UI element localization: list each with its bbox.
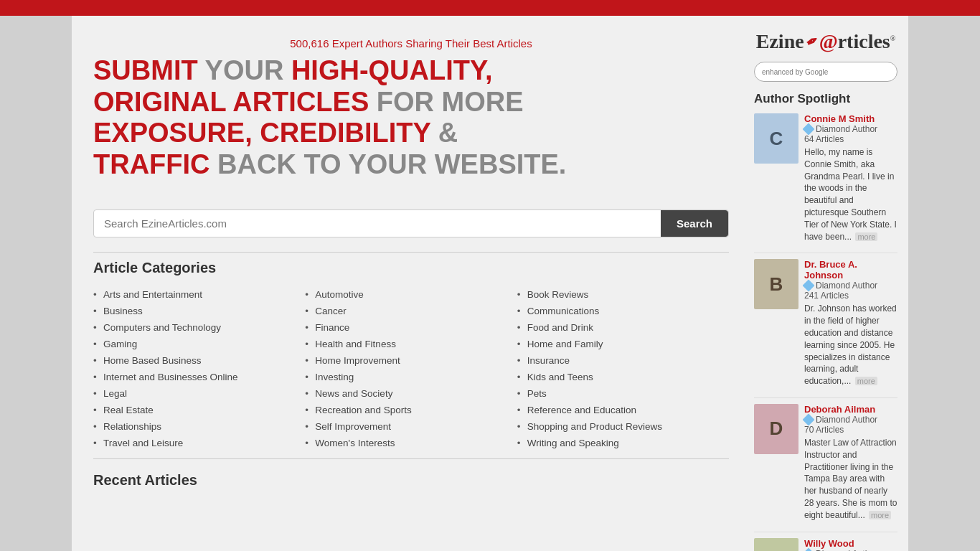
author-name[interactable]: Connie M Smith	[804, 113, 897, 124]
author-badge: Diamond Author	[804, 415, 897, 425]
cat-list-2: AutomotiveCancerFinanceHealth and Fitnes…	[305, 286, 509, 451]
more-link[interactable]: more	[869, 511, 891, 519]
list-item[interactable]: Women's Interests	[305, 435, 509, 451]
author-divider	[754, 397, 897, 398]
pen-icon: ✒	[802, 31, 821, 52]
list-item[interactable]: Home Improvement	[305, 352, 509, 369]
main-search-input[interactable]	[94, 210, 661, 237]
author-info: Connie M SmithDiamond Author64 ArticlesH…	[804, 113, 897, 242]
headline-amp: &	[438, 118, 458, 148]
list-item[interactable]: Health and Fitness	[305, 336, 509, 352]
category-link[interactable]: News and Society	[315, 388, 392, 399]
list-item[interactable]: Real Estate	[93, 402, 298, 418]
list-item[interactable]: Arts and Entertainment	[93, 286, 298, 303]
list-item[interactable]: Cancer	[305, 303, 509, 319]
sidebar-logo: Ezine ✒ @rticles®	[754, 23, 897, 53]
top-bar	[0, 0, 980, 16]
category-link[interactable]: Relationships	[103, 421, 161, 432]
category-link[interactable]: Home Improvement	[315, 355, 400, 366]
list-item[interactable]: Communications	[517, 303, 722, 319]
badge-label: Diamond Author	[816, 549, 877, 551]
category-link[interactable]: Home and Family	[527, 339, 603, 349]
list-item[interactable]: Writing and Speaking	[517, 435, 722, 451]
logo-at: @	[819, 30, 838, 52]
hero-headline: SUBMIT YOUR HIGH-QUALITY, ORIGINAL ARTIC…	[93, 55, 729, 181]
cat-list-1: Arts and EntertainmentBusinessComputers …	[93, 286, 298, 451]
author-article-count: 70 Articles	[804, 425, 897, 435]
cat-col-2: AutomotiveCancerFinanceHealth and Fitnes…	[305, 286, 517, 451]
list-item[interactable]: Internet and Businesses Online	[93, 369, 298, 385]
more-link[interactable]: more	[855, 377, 877, 385]
list-item[interactable]: Travel and Leisure	[93, 435, 298, 451]
category-link[interactable]: Food and Drink	[527, 322, 593, 333]
category-link[interactable]: Pets	[527, 388, 547, 399]
category-link[interactable]: Computers and Technology	[103, 322, 221, 333]
author-card: CConnie M SmithDiamond Author64 Articles…	[754, 113, 897, 242]
author-article-count: 241 Articles	[804, 291, 897, 301]
headline-oa: ORIGINAL ARTICLES	[93, 87, 369, 117]
more-link[interactable]: more	[855, 232, 877, 241]
list-item[interactable]: Automotive	[305, 286, 509, 303]
category-link[interactable]: Legal	[103, 388, 127, 399]
list-item[interactable]: Food and Drink	[517, 319, 722, 336]
category-link[interactable]: Shopping and Product Reviews	[527, 421, 662, 432]
category-link[interactable]: Communications	[527, 306, 600, 316]
avatar: W	[754, 538, 798, 551]
sidebar-search-bar: enhanced by Google Search	[754, 62, 897, 82]
category-link[interactable]: Women's Interests	[315, 438, 395, 448]
author-name[interactable]: Willy Wood	[804, 538, 897, 549]
list-item[interactable]: Recreation and Sports	[305, 402, 509, 418]
category-link[interactable]: Insurance	[527, 355, 570, 366]
list-item[interactable]: Shopping and Product Reviews	[517, 418, 722, 435]
category-link[interactable]: Recreation and Sports	[315, 405, 411, 415]
list-item[interactable]: Home Based Business	[93, 352, 298, 369]
category-link[interactable]: Writing and Speaking	[527, 438, 619, 448]
category-link[interactable]: Home Based Business	[103, 355, 202, 366]
headline-exp: EXPOSURE, CREDIBILITY	[93, 118, 430, 148]
list-item[interactable]: Pets	[517, 385, 722, 402]
list-item[interactable]: Reference and Education	[517, 402, 722, 418]
list-item[interactable]: News and Society	[305, 385, 509, 402]
category-link[interactable]: Health and Fitness	[315, 339, 396, 349]
category-link[interactable]: Gaming	[103, 339, 137, 349]
category-link[interactable]: Reference and Education	[527, 405, 636, 415]
author-bio: Master Law of Attraction Instructor and …	[804, 437, 897, 522]
author-name[interactable]: Dr. Bruce A. Johnson	[804, 259, 897, 281]
category-link[interactable]: Kids and Teens	[527, 372, 593, 382]
category-link[interactable]: Travel and Leisure	[103, 438, 183, 448]
list-item[interactable]: Book Reviews	[517, 286, 722, 303]
list-item[interactable]: Kids and Teens	[517, 369, 722, 385]
headline-back: BACK TO YOUR WEBSITE.	[217, 149, 566, 179]
category-link[interactable]: Investing	[315, 372, 354, 382]
author-card: BDr. Bruce A. JohnsonDiamond Author241 A…	[754, 259, 897, 387]
category-link[interactable]: Arts and Entertainment	[103, 289, 202, 300]
category-link[interactable]: Automotive	[315, 289, 364, 300]
sidebar-search-input[interactable]	[828, 65, 897, 80]
category-link[interactable]: Internet and Businesses Online	[103, 372, 238, 382]
category-link[interactable]: Real Estate	[103, 405, 154, 415]
categories-heading: Article Categories	[93, 260, 729, 276]
main-search-button[interactable]: Search	[661, 210, 728, 237]
list-item[interactable]: Computers and Technology	[93, 319, 298, 336]
category-link[interactable]: Finance	[315, 322, 349, 333]
category-link[interactable]: Business	[103, 306, 143, 316]
list-item[interactable]: Gaming	[93, 336, 298, 352]
headline-submit: SUBMIT	[93, 55, 198, 85]
category-link[interactable]: Cancer	[315, 306, 347, 316]
list-item[interactable]: Home and Family	[517, 336, 722, 352]
list-item[interactable]: Investing	[305, 369, 509, 385]
list-item[interactable]: Insurance	[517, 352, 722, 369]
sidebar: Ezine ✒ @rticles® enhanced by Google Sea…	[743, 16, 908, 551]
list-item[interactable]: Finance	[305, 319, 509, 336]
author-name[interactable]: Deborah Ailman	[804, 404, 897, 415]
diamond-icon	[803, 280, 815, 292]
list-item[interactable]: Relationships	[93, 418, 298, 435]
category-link[interactable]: Self Improvement	[315, 421, 391, 432]
list-item[interactable]: Legal	[93, 385, 298, 402]
category-link[interactable]: Book Reviews	[527, 289, 589, 300]
headline-your: YOUR	[205, 55, 291, 85]
list-item[interactable]: Self Improvement	[305, 418, 509, 435]
headline-hq: HIGH-QUALITY,	[291, 55, 493, 85]
badge-label: Diamond Author	[816, 415, 877, 425]
list-item[interactable]: Business	[93, 303, 298, 319]
